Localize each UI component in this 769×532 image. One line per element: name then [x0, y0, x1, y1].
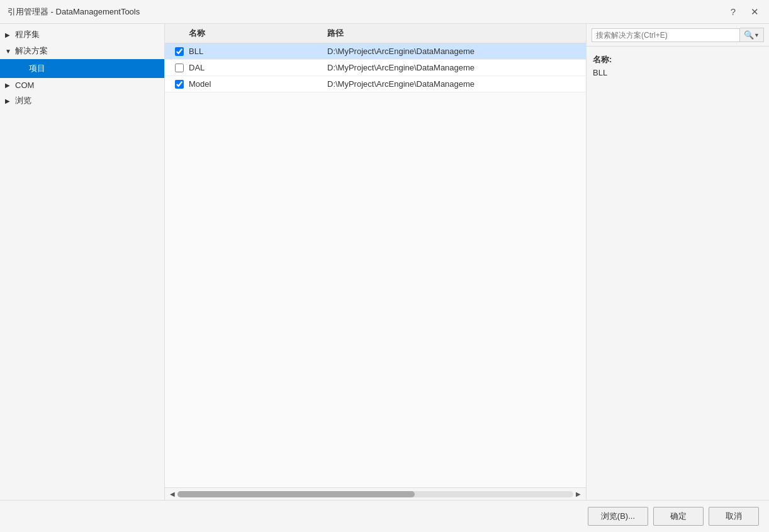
horizontal-scrollbar[interactable]: ◀ ▶: [165, 487, 586, 500]
project-badge: 项目: [23, 62, 52, 75]
title-bar: 引用管理器 - DataManagementTools ? ✕: [0, 0, 769, 24]
browse-button[interactable]: 浏览(B)...: [588, 507, 648, 526]
row-check-model[interactable]: [170, 80, 189, 89]
checkbox-bll[interactable]: [175, 47, 184, 56]
row-name-model: Model: [189, 79, 327, 89]
detail-panel: 名称: BLL: [587, 47, 769, 85]
tree-section: ▶ 程序集 ▼ 解决方案 项目 ▶ COM ▶ 浏览: [0, 24, 164, 111]
dialog-body: ▶ 程序集 ▼ 解决方案 项目 ▶ COM ▶ 浏览: [0, 24, 769, 500]
expand-arrow-browse: ▶: [5, 97, 13, 104]
checkbox-model[interactable]: [175, 80, 184, 89]
row-name-dal: DAL: [189, 63, 327, 72]
expand-arrow-solution: ▼: [5, 48, 13, 55]
close-button[interactable]: ✕: [748, 7, 761, 16]
scrollbar-track[interactable]: [177, 491, 573, 497]
title-buttons: ? ✕: [728, 7, 761, 16]
ref-table: 名称 路径 BLL D:\MyProject\ArcEngine\DataMan…: [165, 24, 586, 500]
expand-arrow-assemblies: ▶: [5, 31, 13, 38]
title-text: 引用管理器 - DataManagementTools: [8, 6, 140, 18]
tree-label-browse: 浏览: [15, 95, 31, 106]
header-path-col: 路径: [327, 28, 581, 39]
tree-item-project[interactable]: 项目: [0, 59, 164, 78]
row-name-bll: BLL: [189, 47, 327, 56]
tree-item-com[interactable]: ▶ COM: [0, 78, 164, 92]
cancel-button[interactable]: 取消: [709, 507, 759, 526]
table-body: BLL D:\MyProject\ArcEngine\DataManageme …: [165, 43, 586, 487]
expand-arrow-com: ▶: [5, 82, 13, 89]
table-header: 名称 路径: [165, 24, 586, 43]
scroll-right-arrow[interactable]: ▶: [573, 490, 583, 497]
right-panel: 🔍 ▼ 名称: BLL: [587, 24, 769, 500]
tree-label-solution: 解决方案: [15, 45, 48, 57]
table-row[interactable]: Model D:\MyProject\ArcEngine\DataManagem…: [165, 76, 586, 92]
tree-label-assemblies: 程序集: [15, 29, 40, 40]
tree-label-com: COM: [15, 80, 34, 90]
tree-item-assemblies[interactable]: ▶ 程序集: [0, 26, 164, 43]
table-row[interactable]: DAL D:\MyProject\ArcEngine\DataManageme: [165, 60, 586, 76]
row-path-bll: D:\MyProject\ArcEngine\DataManageme: [327, 47, 581, 56]
scroll-left-arrow[interactable]: ◀: [167, 490, 177, 497]
row-check-dal[interactable]: [170, 64, 189, 72]
search-dropdown-icon: ▼: [754, 32, 760, 38]
row-path-dal: D:\MyProject\ArcEngine\DataManageme: [327, 63, 581, 72]
search-bar: 🔍 ▼: [587, 24, 769, 47]
center-panel: 名称 路径 BLL D:\MyProject\ArcEngine\DataMan…: [165, 24, 587, 500]
detail-value: BLL: [593, 68, 763, 77]
scrollbar-thumb[interactable]: [177, 491, 415, 497]
tree-item-solution[interactable]: ▼ 解决方案: [0, 43, 164, 59]
row-path-model: D:\MyProject\ArcEngine\DataManageme: [327, 79, 581, 89]
help-button[interactable]: ?: [728, 7, 738, 16]
tree-item-browse[interactable]: ▶ 浏览: [0, 92, 164, 109]
search-button[interactable]: 🔍 ▼: [740, 28, 764, 42]
header-name-col: 名称: [189, 28, 327, 39]
checkbox-dal[interactable]: [175, 64, 184, 72]
footer: 浏览(B)... 确定 取消: [0, 500, 769, 532]
row-check-bll[interactable]: [170, 47, 189, 56]
ok-button[interactable]: 确定: [653, 507, 704, 526]
table-row[interactable]: BLL D:\MyProject\ArcEngine\DataManageme: [165, 43, 586, 60]
detail-label: 名称:: [593, 54, 763, 65]
left-panel: ▶ 程序集 ▼ 解决方案 项目 ▶ COM ▶ 浏览: [0, 24, 165, 500]
search-input[interactable]: [592, 28, 740, 42]
search-icon: 🔍: [744, 30, 754, 40]
